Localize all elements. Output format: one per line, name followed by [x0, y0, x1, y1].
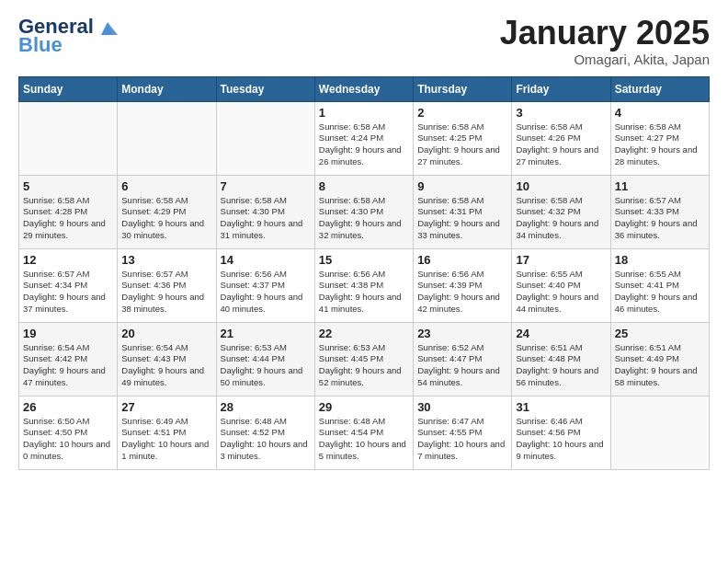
table-row: 1Sunrise: 6:58 AM Sunset: 4:24 PM Daylig…	[314, 101, 413, 175]
col-thursday: Thursday	[414, 76, 512, 101]
header: General Blue January 2025 Omagari, Akita…	[18, 15, 710, 67]
col-sunday: Sunday	[19, 76, 118, 101]
day-info: Sunrise: 6:52 AM Sunset: 4:47 PM Dayligh…	[417, 342, 507, 389]
day-number: 22	[319, 327, 409, 340]
day-number: 29	[319, 400, 409, 414]
calendar-week-row: 1Sunrise: 6:58 AM Sunset: 4:24 PM Daylig…	[19, 101, 710, 175]
day-info: Sunrise: 6:46 AM Sunset: 4:56 PM Dayligh…	[516, 416, 606, 463]
table-row: 26Sunrise: 6:50 AM Sunset: 4:50 PM Dayli…	[19, 396, 118, 469]
table-row: 20Sunrise: 6:54 AM Sunset: 4:43 PM Dayli…	[118, 322, 216, 396]
table-row: 14Sunrise: 6:56 AM Sunset: 4:37 PM Dayli…	[216, 248, 314, 322]
table-row: 6Sunrise: 6:58 AM Sunset: 4:29 PM Daylig…	[118, 175, 216, 248]
day-number: 12	[23, 253, 113, 267]
table-row: 7Sunrise: 6:58 AM Sunset: 4:30 PM Daylig…	[216, 175, 314, 248]
table-row: 23Sunrise: 6:52 AM Sunset: 4:47 PM Dayli…	[414, 322, 512, 396]
title-block: January 2025 Omagari, Akita, Japan	[500, 15, 710, 67]
table-row: 11Sunrise: 6:57 AM Sunset: 4:33 PM Dayli…	[610, 175, 709, 248]
day-number: 19	[23, 327, 113, 340]
logo-icon	[97, 18, 118, 35]
day-number: 5	[23, 179, 113, 193]
col-saturday: Saturday	[610, 76, 709, 101]
day-info: Sunrise: 6:58 AM Sunset: 4:28 PM Dayligh…	[23, 195, 113, 242]
day-number: 24	[516, 327, 606, 340]
day-info: Sunrise: 6:54 AM Sunset: 4:43 PM Dayligh…	[121, 342, 211, 389]
day-number: 6	[121, 179, 211, 193]
table-row: 25Sunrise: 6:51 AM Sunset: 4:49 PM Dayli…	[610, 322, 709, 396]
day-info: Sunrise: 6:57 AM Sunset: 4:36 PM Dayligh…	[121, 269, 211, 316]
calendar-week-row: 5Sunrise: 6:58 AM Sunset: 4:28 PM Daylig…	[19, 175, 710, 248]
day-info: Sunrise: 6:58 AM Sunset: 4:24 PM Dayligh…	[319, 121, 409, 168]
day-info: Sunrise: 6:51 AM Sunset: 4:49 PM Dayligh…	[615, 342, 705, 389]
table-row: 10Sunrise: 6:58 AM Sunset: 4:32 PM Dayli…	[512, 175, 610, 248]
table-row: 4Sunrise: 6:58 AM Sunset: 4:27 PM Daylig…	[610, 101, 709, 175]
calendar-table: Sunday Monday Tuesday Wednesday Thursday…	[18, 76, 710, 470]
table-row: 24Sunrise: 6:51 AM Sunset: 4:48 PM Dayli…	[512, 322, 610, 396]
day-number: 1	[319, 106, 409, 120]
day-info: Sunrise: 6:56 AM Sunset: 4:37 PM Dayligh…	[221, 269, 311, 316]
day-info: Sunrise: 6:53 AM Sunset: 4:44 PM Dayligh…	[221, 342, 311, 389]
day-info: Sunrise: 6:58 AM Sunset: 4:30 PM Dayligh…	[319, 195, 409, 242]
calendar-week-row: 19Sunrise: 6:54 AM Sunset: 4:42 PM Dayli…	[19, 322, 710, 396]
day-number: 9	[417, 179, 507, 193]
day-number: 30	[417, 400, 507, 414]
day-number: 17	[516, 253, 606, 267]
day-number: 11	[615, 179, 705, 193]
table-row: 13Sunrise: 6:57 AM Sunset: 4:36 PM Dayli…	[118, 248, 216, 322]
day-number: 16	[417, 253, 507, 267]
table-row: 2Sunrise: 6:58 AM Sunset: 4:25 PM Daylig…	[414, 101, 512, 175]
table-row: 5Sunrise: 6:58 AM Sunset: 4:28 PM Daylig…	[19, 175, 118, 248]
table-row: 8Sunrise: 6:58 AM Sunset: 4:30 PM Daylig…	[314, 175, 413, 248]
table-row: 18Sunrise: 6:55 AM Sunset: 4:41 PM Dayli…	[610, 248, 709, 322]
day-info: Sunrise: 6:58 AM Sunset: 4:30 PM Dayligh…	[221, 195, 311, 242]
page: General Blue January 2025 Omagari, Akita…	[0, 0, 728, 485]
day-number: 2	[417, 106, 507, 120]
table-row: 15Sunrise: 6:56 AM Sunset: 4:38 PM Dayli…	[314, 248, 413, 322]
day-info: Sunrise: 6:48 AM Sunset: 4:54 PM Dayligh…	[319, 416, 409, 463]
day-info: Sunrise: 6:55 AM Sunset: 4:41 PM Dayligh…	[615, 269, 705, 316]
day-number: 3	[516, 106, 606, 120]
day-number: 23	[417, 327, 507, 340]
calendar-header-row: Sunday Monday Tuesday Wednesday Thursday…	[19, 76, 710, 101]
table-row: 27Sunrise: 6:49 AM Sunset: 4:51 PM Dayli…	[118, 396, 216, 469]
day-info: Sunrise: 6:58 AM Sunset: 4:29 PM Dayligh…	[121, 195, 211, 242]
table-row: 17Sunrise: 6:55 AM Sunset: 4:40 PM Dayli…	[512, 248, 610, 322]
day-info: Sunrise: 6:50 AM Sunset: 4:50 PM Dayligh…	[23, 416, 113, 463]
day-number: 8	[319, 179, 409, 193]
day-info: Sunrise: 6:51 AM Sunset: 4:48 PM Dayligh…	[516, 342, 606, 389]
calendar-week-row: 12Sunrise: 6:57 AM Sunset: 4:34 PM Dayli…	[19, 248, 710, 322]
logo-blue: Blue	[18, 33, 63, 57]
day-info: Sunrise: 6:58 AM Sunset: 4:31 PM Dayligh…	[417, 195, 507, 242]
day-info: Sunrise: 6:57 AM Sunset: 4:33 PM Dayligh…	[615, 195, 705, 242]
day-number: 25	[615, 327, 705, 340]
page-title: January 2025	[500, 15, 710, 52]
day-info: Sunrise: 6:48 AM Sunset: 4:52 PM Dayligh…	[221, 416, 311, 463]
table-row: 29Sunrise: 6:48 AM Sunset: 4:54 PM Dayli…	[314, 396, 413, 469]
day-info: Sunrise: 6:58 AM Sunset: 4:26 PM Dayligh…	[516, 121, 606, 168]
day-info: Sunrise: 6:58 AM Sunset: 4:25 PM Dayligh…	[417, 121, 507, 168]
table-row: 3Sunrise: 6:58 AM Sunset: 4:26 PM Daylig…	[512, 101, 610, 175]
table-row	[118, 101, 216, 175]
day-number: 7	[221, 179, 311, 193]
day-number: 14	[221, 253, 311, 267]
table-row: 30Sunrise: 6:47 AM Sunset: 4:55 PM Dayli…	[414, 396, 512, 469]
col-wednesday: Wednesday	[314, 76, 413, 101]
day-info: Sunrise: 6:56 AM Sunset: 4:38 PM Dayligh…	[319, 269, 409, 316]
table-row: 12Sunrise: 6:57 AM Sunset: 4:34 PM Dayli…	[19, 248, 118, 322]
day-info: Sunrise: 6:56 AM Sunset: 4:39 PM Dayligh…	[417, 269, 507, 316]
day-number: 26	[23, 400, 113, 414]
table-row: 9Sunrise: 6:58 AM Sunset: 4:31 PM Daylig…	[414, 175, 512, 248]
day-info: Sunrise: 6:58 AM Sunset: 4:32 PM Dayligh…	[516, 195, 606, 242]
col-monday: Monday	[118, 76, 216, 101]
col-tuesday: Tuesday	[216, 76, 314, 101]
table-row	[19, 101, 118, 175]
day-number: 27	[121, 400, 211, 414]
page-subtitle: Omagari, Akita, Japan	[500, 52, 710, 67]
day-number: 4	[615, 106, 705, 120]
table-row: 19Sunrise: 6:54 AM Sunset: 4:42 PM Dayli…	[19, 322, 118, 396]
day-info: Sunrise: 6:47 AM Sunset: 4:55 PM Dayligh…	[417, 416, 507, 463]
day-number: 20	[121, 327, 211, 340]
day-number: 18	[615, 253, 705, 267]
table-row	[610, 396, 709, 469]
col-friday: Friday	[512, 76, 610, 101]
day-number: 21	[221, 327, 311, 340]
